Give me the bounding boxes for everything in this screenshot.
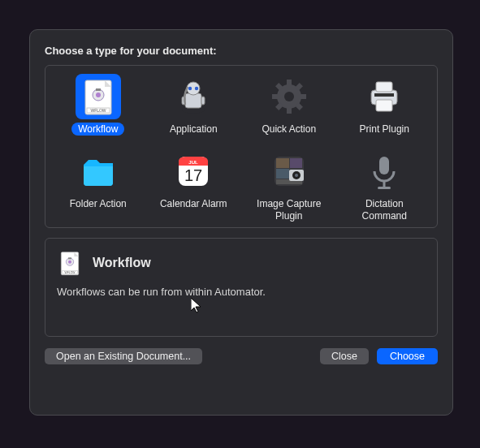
button-row: Open an Existing Document... Close Choos…	[45, 348, 438, 364]
camera-icon	[266, 149, 312, 194]
svg-text:17: 17	[184, 166, 202, 184]
type-label: Print Plugin	[353, 123, 416, 136]
detail-title: Workflow	[93, 256, 151, 270]
type-label: Calendar Alarm	[154, 197, 234, 210]
type-item-dictation-command[interactable]: Dictation Command	[337, 147, 433, 224]
type-item-folder-action[interactable]: Folder Action	[50, 147, 146, 224]
workflow-icon	[76, 74, 121, 119]
type-label: Dictation Command	[339, 197, 429, 222]
dialog-heading: Choose a type for your document:	[45, 45, 438, 57]
type-label: Quick Action	[255, 123, 322, 136]
type-item-image-capture-plugin[interactable]: Image Capture Plugin	[241, 147, 337, 224]
choose-button[interactable]: Choose	[377, 348, 438, 364]
type-label: Image Capture Plugin	[244, 197, 334, 222]
type-item-application[interactable]: Application	[146, 72, 242, 137]
workflow-icon	[57, 250, 83, 276]
close-button[interactable]: Close	[320, 348, 369, 364]
type-label: Application	[163, 123, 224, 136]
type-item-workflow[interactable]: Workflow	[50, 72, 146, 137]
gear-icon	[266, 74, 312, 119]
type-label: Workflow	[71, 123, 124, 136]
microphone-icon	[361, 149, 407, 194]
open-existing-button[interactable]: Open an Existing Document...	[45, 348, 202, 364]
type-label: Folder Action	[63, 197, 133, 210]
printer-icon	[361, 74, 407, 119]
calendar-icon: JUL 17	[171, 149, 216, 194]
detail-panel: Workflow Workflows can be run from withi…	[45, 238, 438, 337]
document-type-dialog: Choose a type for your document: Workflo…	[29, 29, 453, 416]
type-item-calendar-alarm[interactable]: JUL 17 Calendar Alarm	[146, 147, 242, 224]
svg-text:JUL: JUL	[189, 160, 199, 165]
detail-description: Workflows can be run from within Automat…	[57, 286, 426, 298]
folder-icon	[76, 149, 121, 194]
type-item-quick-action[interactable]: Quick Action	[241, 72, 337, 137]
type-grid: Workflow Application Quick Action Print …	[45, 65, 438, 228]
type-item-print-plugin[interactable]: Print Plugin	[337, 72, 433, 137]
application-icon	[171, 74, 216, 119]
